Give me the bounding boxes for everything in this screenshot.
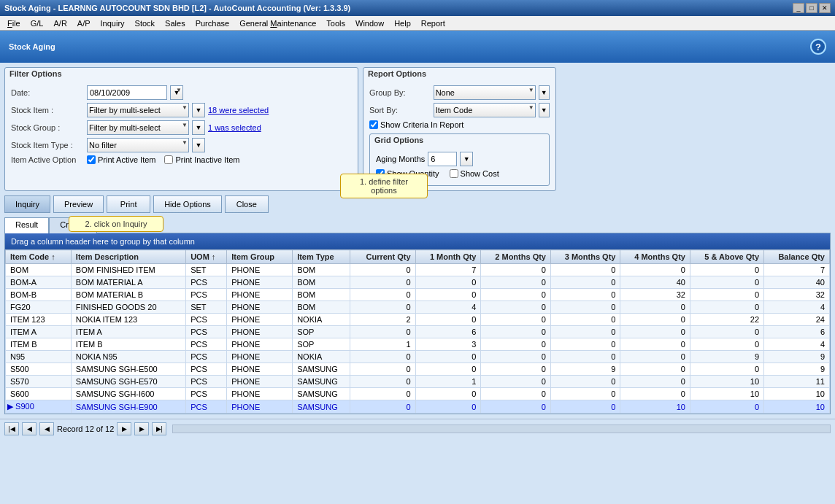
stock-item-select[interactable]: Filter by multi-select (87, 103, 189, 117)
table-cell: SAMSUNG (293, 376, 350, 388)
table-cell: 0 (481, 376, 550, 388)
nav-prev2-button[interactable]: ◀ (39, 422, 54, 435)
show-criteria-checkbox[interactable] (369, 120, 378, 129)
print-inactive-label[interactable]: Print Inactive Item (164, 155, 239, 164)
table-cell: 0 (350, 326, 415, 338)
menu-help[interactable]: Help (390, 18, 415, 28)
table-header: Item Code ↑ Item Description UOM ↑ Item … (6, 250, 830, 264)
horizontal-scrollbar[interactable] (172, 424, 831, 433)
close-button[interactable]: Close (225, 195, 269, 213)
aging-months-dropdown-btn[interactable]: ▼ (460, 152, 473, 166)
print-active-label[interactable]: Print Active Item (87, 155, 155, 164)
show-cost-label[interactable]: Show Cost (450, 169, 499, 178)
table-cell: 0 (350, 289, 415, 301)
table-row[interactable]: FG20FINISHED GOODS 20SETPHONEBOM0400004 (6, 301, 830, 314)
col-item-group[interactable]: Item Group (227, 250, 293, 264)
stock-group-dropdown-btn[interactable]: ▼ (192, 120, 205, 135)
menu-window[interactable]: Window (351, 18, 388, 28)
col-3months-qty[interactable]: 3 Months Qty (550, 250, 620, 264)
stock-item-type-row: Stock Item Type : No filter ▼ (11, 138, 352, 152)
col-2months-qty[interactable]: 2 Months Qty (481, 250, 550, 264)
stock-item-dropdown-btn[interactable]: ▼ (192, 103, 205, 117)
menu-stock[interactable]: Stock (131, 18, 160, 28)
col-uom[interactable]: UOM ↑ (186, 250, 227, 264)
print-inactive-checkbox[interactable] (164, 155, 173, 164)
hide-options-button[interactable]: Hide Options (153, 195, 222, 213)
table-cell: 0 (690, 326, 763, 338)
show-criteria-label[interactable]: Show Criteria In Report (369, 120, 463, 129)
print-button[interactable]: Print (107, 195, 150, 213)
print-active-checkbox[interactable] (87, 155, 96, 164)
stock-group-select[interactable]: Filter by multi-select (87, 120, 189, 135)
col-1month-qty[interactable]: 1 Month Qty (415, 250, 481, 264)
filter-options-title: Filter Options (5, 68, 358, 80)
table-row[interactable]: ITEM AITEM APCSPHONESOP0600006 (6, 326, 830, 338)
menu-inquiry[interactable]: Inquiry (96, 18, 129, 28)
inquiry-button[interactable]: Inquiry (4, 195, 50, 213)
table-row[interactable]: ITEM 123NOKIA ITEM 123PCSPHONENOKIA20000… (6, 314, 830, 326)
menu-general-maintenance[interactable]: General Maintenance (235, 18, 320, 28)
table-row[interactable]: S500SAMSUNG SGH-E500PCSPHONESAMSUNG00090… (6, 363, 830, 376)
date-input[interactable] (87, 85, 167, 100)
col-balance-qty[interactable]: Balance Qty (764, 250, 830, 264)
sort-by-select[interactable]: Item Code (434, 103, 536, 117)
table-scroll-container[interactable]: Item Code ↑ Item Description UOM ↑ Item … (5, 249, 830, 414)
drag-hint: Drag a column header here to group by th… (5, 233, 830, 249)
table-row[interactable]: N95NOKIA N95PCSPHONENOKIA0000099 (6, 351, 830, 363)
stock-item-type-select[interactable]: No filter (87, 138, 189, 152)
col-item-code[interactable]: Item Code ↑ (6, 250, 72, 264)
help-button[interactable]: ? (810, 39, 826, 55)
table-row[interactable]: BOM-BBOM MATERIAL BPCSPHONEBOM000032032 (6, 289, 830, 301)
col-item-type[interactable]: Item Type (293, 250, 350, 264)
table-cell: 0 (415, 276, 481, 289)
menu-ar[interactable]: A/R (49, 18, 71, 28)
maximize-button[interactable]: □ (806, 3, 817, 13)
menu-gl[interactable]: G/L (26, 18, 48, 28)
tab-result[interactable]: Result (4, 217, 49, 233)
stock-group-link[interactable]: 1 was selected (208, 123, 261, 132)
table-cell: 0 (620, 388, 690, 400)
menu-ap[interactable]: A/P (73, 18, 95, 28)
col-current-qty[interactable]: Current Qty (350, 250, 415, 264)
table-cell: 22 (690, 314, 763, 326)
group-by-select[interactable]: None (434, 85, 536, 100)
close-window-button[interactable]: ✕ (819, 3, 831, 13)
date-dropdown-btn[interactable]: ▼ (170, 85, 183, 100)
aging-months-input[interactable] (428, 152, 457, 166)
group-by-dropdown-btn[interactable]: ▼ (539, 85, 550, 100)
show-cost-checkbox[interactable] (450, 169, 458, 178)
col-4months-qty[interactable]: 4 Months Qty (620, 250, 690, 264)
table-row[interactable]: ▶ S900SAMSUNG SGH-E900PCSPHONESAMSUNG000… (6, 400, 830, 414)
col-item-desc[interactable]: Item Description (71, 250, 185, 264)
table-cell: PHONE (227, 376, 293, 388)
nav-first-button[interactable]: |◀ (4, 422, 19, 435)
minimize-button[interactable]: _ (793, 3, 804, 13)
table-cell: 9 (764, 363, 830, 376)
table-row[interactable]: ITEM BITEM BPCSPHONESOP1300004 (6, 338, 830, 351)
menu-tools[interactable]: Tools (322, 18, 350, 28)
table-cell: PCS (186, 326, 227, 338)
table-row[interactable]: S570SAMSUNG SGH-E570PCSPHONESAMSUNG01000… (6, 376, 830, 388)
nav-prev-button[interactable]: ◀ (22, 422, 36, 435)
table-cell: 0 (550, 314, 620, 326)
grid-options-title: Grid Options (370, 134, 549, 146)
table-cell: FG20 (6, 301, 72, 314)
nav-next-button[interactable]: ▶ (117, 422, 131, 435)
filter-options-panel: Filter Options Date: ▼ Stock Item : Filt… (4, 67, 358, 191)
table-row[interactable]: S600SAMSUNG SGH-I600PCSPHONESAMSUNG00000… (6, 388, 830, 400)
menu-purchase[interactable]: Purchase (191, 18, 234, 28)
preview-button[interactable]: Preview (53, 195, 104, 213)
menu-file[interactable]: File (3, 18, 25, 28)
nav-last-button[interactable]: ▶| (152, 422, 166, 435)
sort-by-dropdown-btn[interactable]: ▼ (539, 103, 550, 117)
stock-item-link[interactable]: 18 were selected (208, 106, 269, 115)
table-cell: 1 (415, 376, 481, 388)
table-row[interactable]: BOM-ABOM MATERIAL APCSPHONEBOM000040040 (6, 276, 830, 289)
menu-report[interactable]: Report (417, 18, 450, 28)
stock-item-type-dropdown-btn[interactable]: ▼ (192, 138, 205, 152)
menu-sales[interactable]: Sales (161, 18, 190, 28)
table-row[interactable]: BOMBOM FINISHED ITEMSETPHONEBOM0700007 (6, 264, 830, 276)
nav-next2-button[interactable]: ▶ (134, 422, 149, 435)
table-cell: S570 (6, 376, 72, 388)
col-5above-qty[interactable]: 5 & Above Qty (690, 250, 763, 264)
